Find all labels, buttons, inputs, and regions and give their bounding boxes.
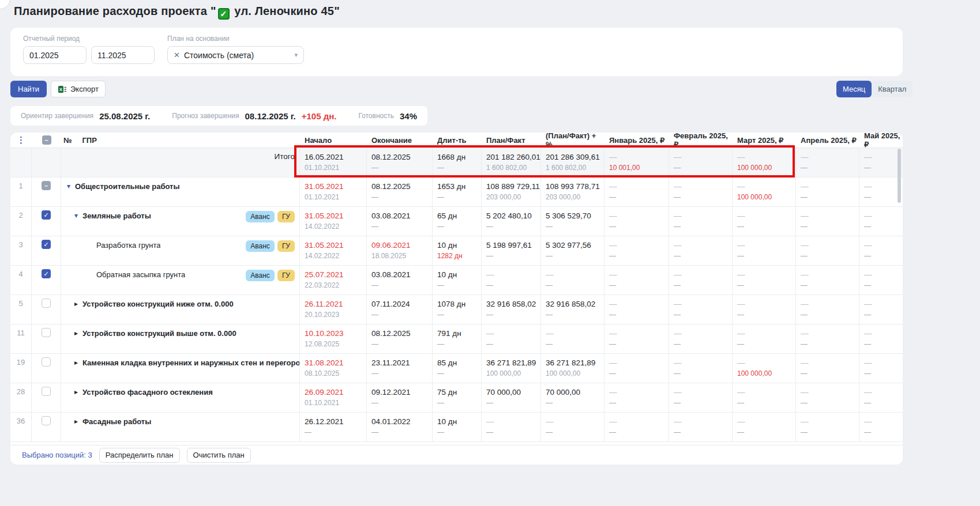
table-cell: 32 916 858,02—	[482, 295, 541, 324]
table-cell: ——	[669, 266, 733, 294]
table-row: 2✓▾Земляные работыАвансГУ31.05.202114.02…	[10, 207, 903, 236]
row-number: 5	[10, 295, 32, 324]
table-cell: ——	[604, 383, 669, 412]
toggle-quarter[interactable]: Квартал	[872, 81, 913, 97]
table-cell: ——	[733, 207, 796, 236]
row-checkbox[interactable]	[42, 387, 51, 396]
row-checkbox-cell	[32, 354, 61, 383]
period-from-input[interactable]: 01.2025	[23, 46, 87, 64]
row-number: 11	[10, 324, 32, 353]
table-cell: 1668 дн—	[433, 148, 482, 177]
gpr-cell: ▸Фасадные работы	[61, 413, 300, 441]
table-row: 36▸Фасадные работы26.12.2021—04.01.2022—…	[10, 413, 903, 442]
table-row: 4✓Обратная засыпка грунтаАвансГУ25.07.20…	[10, 266, 903, 295]
caret-down-icon[interactable]: ▾	[74, 212, 82, 220]
table-cell: ——	[604, 236, 669, 265]
period-to-input[interactable]: 11.2025	[91, 46, 155, 64]
table-cell: 1653 дн—	[433, 178, 482, 206]
row-label[interactable]: Разработка грунта	[96, 241, 160, 250]
row-checkbox-cell: –	[32, 178, 61, 206]
caret-right-icon[interactable]: ▸	[74, 417, 82, 425]
row-number: 3	[10, 236, 32, 265]
table-cell: 75 дн—	[433, 383, 482, 412]
badge-avans: Аванс	[246, 211, 275, 222]
table-cell: ——	[859, 178, 903, 206]
row-checkbox[interactable]: ✓	[42, 210, 51, 220]
table-cell: 5 202 480,10—	[482, 207, 541, 236]
table-cell: —100 000,00	[733, 354, 796, 383]
row-checkbox[interactable]	[42, 299, 51, 308]
table-cell: 16.05.202101.10.2021	[300, 148, 367, 177]
caret-down-icon[interactable]: ▾	[67, 182, 75, 190]
table-cell: ——	[669, 295, 733, 324]
table-cell: —100 000,00	[733, 148, 796, 177]
table-cell: ——	[604, 207, 669, 236]
find-button[interactable]: Найти	[10, 81, 47, 97]
table-cell: ——	[733, 383, 796, 412]
target-finish-label: Ориентир завершения	[21, 112, 93, 120]
row-label[interactable]: Каменная кладка внутренних и наружных ст…	[82, 358, 299, 367]
kebab-icon[interactable]: ⋮	[17, 135, 25, 145]
readiness-value: 34%	[400, 111, 417, 121]
row-checkbox[interactable]	[42, 416, 51, 425]
row-checkbox-cell	[32, 324, 61, 353]
row-label[interactable]: Устройство конструкций выше отм. 0.000	[82, 329, 236, 338]
table-cell: 08.12.2025—	[367, 324, 433, 353]
table-cell: ——	[796, 354, 859, 383]
table-cell: ——	[859, 207, 903, 236]
target-finish-value: 25.08.2025 г.	[99, 111, 150, 121]
table-cell: ——	[669, 236, 733, 265]
back-circle-fragment[interactable]	[0, 0, 10, 9]
table-cell: ——	[859, 324, 903, 353]
caret-right-icon[interactable]: ▸	[74, 300, 82, 308]
clear-icon[interactable]: ✕	[174, 51, 180, 59]
table-cell: 31.08.202108.10.2025	[300, 354, 367, 383]
column-end: Окончание	[367, 133, 433, 148]
chevron-down-icon: ▾	[294, 51, 298, 59]
table-cell: 5 198 997,61—	[482, 236, 541, 265]
table-cell: ——	[669, 178, 733, 206]
toggle-month[interactable]: Месяц	[836, 81, 872, 97]
table-cell: ——	[541, 266, 604, 294]
row-checkbox[interactable]: ✓	[42, 269, 51, 278]
table-cell: ——	[796, 178, 859, 206]
row-checkbox[interactable]	[42, 328, 51, 337]
column-gpr: ГПР	[82, 136, 97, 145]
table-cell: 09.06.202118.08.2025	[367, 236, 433, 265]
gpr-cell: ▾Общестроительные работы	[61, 178, 300, 206]
table-cell: 31.05.202114.02.2022	[300, 207, 367, 236]
basis-select-value: Стоимость (смета)	[184, 51, 254, 60]
caret-right-icon[interactable]: ▸	[74, 388, 82, 396]
selected-count-link[interactable]: Выбрано позиций: 3	[22, 451, 92, 459]
row-label[interactable]: Обратная засыпка грунта	[96, 270, 185, 279]
gpr-cell: ▸Каменная кладка внутренних и наружных с…	[61, 354, 300, 383]
gpr-cell: Разработка грунтаАвансГУ	[61, 236, 300, 265]
table-cell: ——	[796, 413, 859, 441]
table-cell: 36 271 821,89100 000,00	[541, 354, 604, 383]
row-checkbox[interactable]	[42, 357, 51, 367]
table-cell: ——	[482, 413, 541, 441]
row-label[interactable]: Земляные работы	[82, 212, 151, 220]
row-checkbox[interactable]: ✓	[42, 240, 51, 249]
caret-right-icon[interactable]: ▸	[74, 329, 82, 337]
row-label[interactable]: Устройство конструкций ниже отм. 0.000	[82, 300, 234, 308]
row-checkbox[interactable]: –	[42, 181, 51, 190]
table-cell: 26.09.202101.10.2021	[300, 383, 367, 412]
table-cell: 08.12.2025—	[367, 178, 433, 206]
badge-gu: ГУ	[277, 270, 295, 281]
row-label[interactable]: Устройство фасадного остекления	[82, 388, 213, 397]
clear-plan-button[interactable]: Очистить план	[187, 448, 251, 463]
select-all-checkbox[interactable]: –	[42, 135, 51, 145]
caret-right-icon[interactable]: ▸	[74, 358, 82, 367]
vertical-scrollbar[interactable]	[898, 149, 901, 203]
export-button[interactable]: X Экспорт	[51, 81, 106, 97]
row-label[interactable]: Фасадные работы	[82, 417, 151, 426]
table-cell: ——	[796, 295, 859, 324]
basis-select[interactable]: ✕ Стоимость (смета) ▾	[167, 46, 304, 64]
table-cell: ——	[859, 383, 903, 412]
readiness-label: Готовность	[358, 112, 394, 120]
period-view-toggle: Месяц Квартал	[836, 81, 913, 97]
distribute-plan-button[interactable]: Распределить план	[99, 448, 180, 463]
row-label[interactable]: Общестроительные работы	[75, 182, 180, 191]
table-cell: ——	[669, 148, 733, 177]
